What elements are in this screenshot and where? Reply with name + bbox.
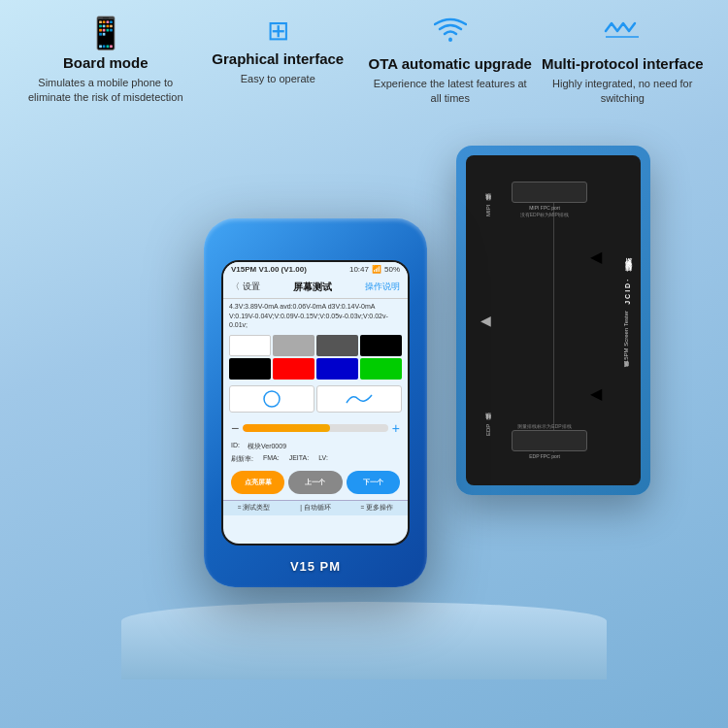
jeita-label: JEITA: (289, 454, 309, 464)
color-gray-light (273, 335, 314, 356)
bottom-sub-label: 测量排线标示为EDP排线 (492, 423, 597, 429)
feature-board-mode-title: Board mode (63, 54, 149, 72)
app-header: 〈 设置 屏幕测试 操作说明 (223, 277, 408, 299)
feature-board-mode-desc: Simulates a mobile phone to eliminate th… (23, 76, 188, 106)
app-screen: V15PM V1.00 (V1.00) 10:47 📶 50% 〈 设置 屏幕测… (223, 262, 408, 544)
top-mipi-label: MIPI排线接口 (484, 182, 493, 240)
status-left: V15PM V1.00 (V1.00) (231, 265, 307, 274)
bottom-connector-area: 测量排线标示为EDP排线 EDP FPC port EDP排线接口 (492, 423, 597, 459)
color-gray-dark (316, 335, 358, 356)
data-text: 4.3V:3.89V-0mA avd:0.06V-0mA d3V:0.14V-0… (223, 299, 408, 333)
device-body: V15PM V1.00 (V1.00) 10:47 📶 50% 〈 设置 屏幕测… (204, 218, 427, 587)
arrow-right-bottom-icon: ◀ (590, 384, 602, 403)
feature-multi-title: Multi-protocol interface (542, 55, 704, 73)
back-button[interactable]: 〈 设置 (231, 281, 260, 293)
feature-ota-desc: Experience the latest features at all ti… (368, 77, 533, 107)
slider-row: − + (223, 416, 408, 440)
data-line1: 4.3V:3.89V-0mA avd:0.06V-0mA d3V:0.14V-0… (229, 302, 402, 312)
back-panel: ◀ MIPI排线接口 MIPI FPC port 没有EDP标为MIPI排线 测… (456, 146, 650, 495)
tab-test-type[interactable]: = 测试类型 (223, 501, 284, 515)
next-button[interactable]: 下一个 (347, 471, 400, 494)
help-link[interactable]: 操作说明 (365, 281, 400, 293)
top-port-label: MIPI FPC port (492, 205, 597, 211)
protocol-icon (604, 17, 641, 50)
wifi-status-icon: 📶 (372, 265, 381, 274)
svg-point-2 (264, 391, 280, 407)
device-label: V15 PM (290, 559, 341, 574)
arrow-left-icon: ◀ (480, 313, 491, 328)
slider-minus-icon[interactable]: − (231, 420, 239, 436)
action-buttons: 点亮屏幕 上一个 下一个 (223, 467, 408, 498)
device-id-value: 模块Ver0009 (248, 442, 286, 451)
screen-title: 屏幕测试 (293, 281, 332, 294)
color-grid (223, 333, 408, 381)
status-time: 10:47 (349, 265, 369, 274)
bottom-bar: = 测试类型 | 自动循环 = 更多操作 (223, 500, 408, 515)
color-white (229, 335, 271, 356)
color-blue (316, 358, 358, 380)
screen-bezel: V15PM V1.00 (V1.00) 10:47 📶 50% 〈 设置 屏幕测… (223, 262, 408, 544)
feature-ota: OTA automatic upgrade Experience the lat… (368, 17, 533, 107)
brand-text: JCID·精诚创新 (623, 270, 633, 305)
color-black2 (229, 358, 271, 380)
status-bar: V15PM V1.00 (V1.00) 10:47 📶 50% (223, 262, 408, 277)
lv-label: LV: (318, 454, 328, 464)
preview-circle (229, 385, 314, 413)
product-text: V15PM Screen Tester (623, 311, 629, 367)
feature-graphical-desc: Easy to operate (241, 72, 315, 86)
feature-ota-title: OTA automatic upgrade (369, 55, 532, 73)
slider-plus-icon[interactable]: + (392, 420, 400, 436)
wifi-icon (434, 17, 467, 50)
prev-button[interactable]: 上一个 (288, 471, 342, 494)
brightness-slider[interactable] (243, 424, 388, 432)
status-battery: 50% (384, 265, 400, 274)
feature-graphical-title: Graphical interface (212, 50, 344, 68)
svg-point-0 (448, 38, 452, 42)
top-connector-area: MIPI排线接口 MIPI FPC port 没有EDP标为MIPI排线 (492, 182, 597, 217)
bottom-port-label: EDP FPC port (492, 453, 597, 459)
grid-icon: ⊞ (267, 17, 289, 45)
arrow-right-top-icon: ◀ (590, 248, 602, 266)
light-screen-button[interactable]: 点亮屏幕 (231, 471, 284, 494)
data-line2: V:0.19V-0.04V;V:0.09V-0.15V;V:0.05v-0.03… (229, 312, 402, 331)
preview-grid (223, 383, 408, 414)
tab-auto-loop[interactable]: | 自动循环 (284, 501, 346, 515)
color-red (273, 358, 314, 380)
device-info-row: ID: 模块Ver0009 (223, 440, 408, 453)
feature-graphical: ⊞ Graphical interface Easy to operate (195, 17, 360, 86)
slider-fill (243, 424, 330, 432)
back-panel-inner: ◀ MIPI排线接口 MIPI FPC port 没有EDP标为MIPI排线 测… (466, 155, 641, 485)
features-section: 📱 Board mode Simulates a mobile phone to… (0, 0, 728, 116)
bottom-connector-slot (512, 430, 587, 451)
feature-multi-protocol: Multi-protocol interface Highly integrat… (540, 17, 705, 107)
product-area: ◀ MIPI排线接口 MIPI FPC port 没有EDP标为MIPI排线 测… (0, 116, 728, 679)
fma-label: FMA: (263, 454, 280, 464)
tab-more-ops[interactable]: = 更多操作 (347, 501, 408, 515)
phone-icon: 📱 (86, 17, 125, 49)
color-black (360, 335, 402, 356)
preview-wave (316, 385, 402, 413)
device-params-row: 刷新率: FMA: JEITA: LV: (223, 453, 408, 465)
device-id-label: ID: (231, 442, 240, 451)
divider-line (553, 188, 554, 452)
feature-multi-desc: Highly integrated, no need for switching (540, 77, 705, 107)
top-sub-label: 没有EDP标为MIPI排线 (492, 212, 597, 217)
feature-board-mode: 📱 Board mode Simulates a mobile phone to… (23, 17, 188, 106)
color-green (360, 358, 402, 380)
bottom-edp-label: EDP排线接口 (484, 401, 493, 459)
status-right: 10:47 📶 50% (349, 265, 400, 274)
platform-stand (121, 602, 607, 679)
refresh-label: 刷新率: (231, 454, 253, 464)
brand-vertical-area: JCID·精诚创新 V15PM Screen Tester 屏幕测试仪 (623, 270, 633, 371)
top-connector-slot (512, 182, 587, 203)
